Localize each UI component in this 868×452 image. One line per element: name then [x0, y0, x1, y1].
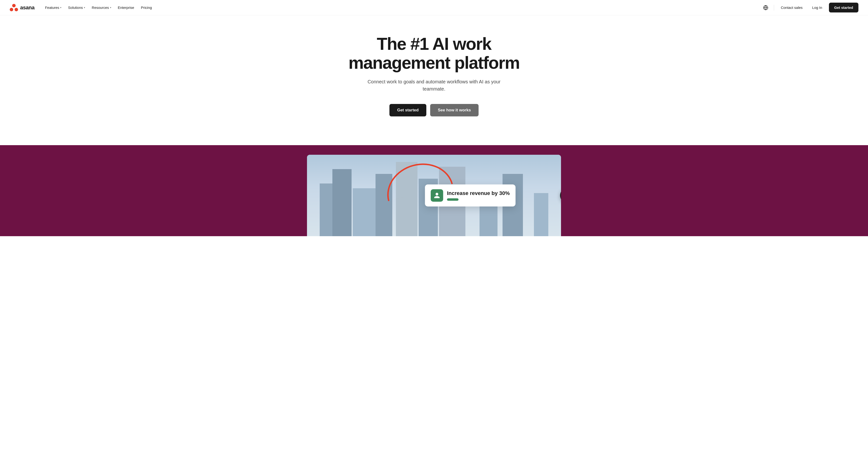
- hero-section: The #1 AI work management platform Conne…: [0, 15, 868, 145]
- hero-see-how-button[interactable]: See how it works: [430, 104, 478, 117]
- notification-progress-bar: [447, 198, 459, 201]
- nav-divider: [774, 5, 774, 10]
- svg-point-2: [14, 8, 18, 11]
- hero-title: The #1 AI work management platform: [343, 34, 525, 72]
- asana-logo-icon: [9, 3, 18, 12]
- chevron-down-icon: ▾: [84, 6, 85, 9]
- nav-pricing[interactable]: Pricing: [138, 4, 155, 11]
- video-container: Increase revenue by 30%: [307, 155, 561, 236]
- globe-button[interactable]: [762, 3, 770, 12]
- chevron-down-icon: ▾: [60, 6, 61, 9]
- notification-title: Increase revenue by 30%: [447, 190, 510, 196]
- nav-features[interactable]: Features ▾: [42, 4, 64, 11]
- hero-buttons: Get started See how it works: [5, 104, 863, 117]
- nav-links: Features ▾ Solutions ▾ Resources ▾ Enter…: [42, 4, 762, 11]
- login-link[interactable]: Log In: [809, 4, 825, 11]
- svg-point-1: [10, 8, 13, 11]
- person-icon: [434, 192, 440, 199]
- building: [320, 184, 334, 236]
- city-background: Increase revenue by 30%: [307, 155, 561, 236]
- svg-point-0: [12, 4, 16, 7]
- notification-content: Increase revenue by 30%: [447, 190, 510, 201]
- nav-right: Contact sales Log In Get started: [762, 3, 859, 12]
- notification-card: Increase revenue by 30%: [425, 185, 516, 206]
- contact-sales-link[interactable]: Contact sales: [778, 4, 805, 11]
- nav-resources[interactable]: Resources ▾: [89, 4, 114, 11]
- building: [353, 188, 377, 236]
- building: [534, 193, 548, 236]
- building: [332, 169, 351, 236]
- hero-subtitle: Connect work to goals and automate workf…: [367, 78, 501, 93]
- logo-text: asana: [20, 5, 34, 11]
- nav-solutions[interactable]: Solutions ▾: [65, 4, 88, 11]
- logo-link[interactable]: asana: [9, 3, 34, 12]
- notification-icon: [431, 189, 443, 202]
- globe-icon: [763, 5, 768, 10]
- navbar: asana Features ▾ Solutions ▾ Resources ▾…: [0, 0, 868, 15]
- hero-get-started-button[interactable]: Get started: [390, 104, 426, 117]
- video-section: Increase revenue by 30%: [0, 145, 868, 236]
- nav-get-started-button[interactable]: Get started: [829, 3, 859, 12]
- nav-enterprise[interactable]: Enterprise: [115, 4, 137, 11]
- chevron-down-icon: ▾: [110, 6, 111, 9]
